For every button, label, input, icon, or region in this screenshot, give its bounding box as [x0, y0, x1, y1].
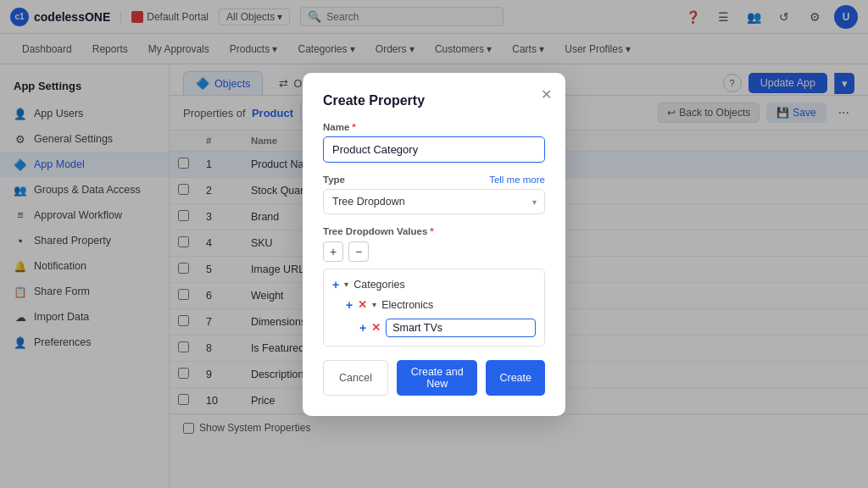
tree-item-input[interactable]: [386, 319, 536, 337]
tree-values-label: Tree Dropdown Values *: [323, 226, 545, 236]
name-label: Name *: [323, 122, 545, 132]
tree-item-x-icon[interactable]: ✕: [371, 321, 381, 334]
tree-item-plus-icon[interactable]: +: [332, 278, 339, 291]
type-row: Type Tell me more: [323, 175, 545, 185]
name-input[interactable]: [323, 136, 545, 163]
tree-required-indicator: *: [430, 226, 433, 236]
tree-items: + ▾ Categories + ✕ ▾ Electronics + ✕: [323, 269, 545, 347]
tree-item-x-icon[interactable]: ✕: [358, 298, 367, 311]
create-button[interactable]: Create: [486, 360, 545, 396]
tree-item-electronics[interactable]: + ✕ ▾ Electronics: [342, 295, 539, 315]
modal-footer: Cancel Create and New Create: [323, 360, 545, 396]
tree-item-caret-icon[interactable]: ▾: [344, 280, 348, 289]
create-property-modal: Create Property ✕ Name * Type Tell me mo…: [303, 73, 565, 416]
tree-item-categories[interactable]: + ▾ Categories: [329, 274, 539, 295]
tree-item-label: Electronics: [381, 299, 433, 311]
tree-item-caret-icon[interactable]: ▾: [372, 300, 376, 309]
tree-item-label: Categories: [353, 279, 404, 291]
tree-item-plus-icon[interactable]: +: [359, 321, 366, 335]
modal-overlay[interactable]: Create Property ✕ Name * Type Tell me mo…: [0, 0, 868, 488]
type-label: Type: [323, 175, 345, 185]
type-select[interactable]: Tree Dropdown Text Number True/False Dat…: [323, 189, 545, 214]
required-indicator: *: [352, 122, 355, 132]
tell-me-more-link[interactable]: Tell me more: [489, 175, 545, 185]
type-select-wrapper: Tree Dropdown Text Number True/False Dat…: [323, 189, 545, 214]
create-and-new-button[interactable]: Create and New: [397, 360, 478, 396]
cancel-button[interactable]: Cancel: [323, 360, 388, 396]
modal-title: Create Property: [323, 93, 545, 108]
tree-add-button[interactable]: +: [323, 241, 343, 262]
modal-close-button[interactable]: ✕: [541, 86, 552, 103]
tree-item-smart-tvs[interactable]: + ✕: [356, 315, 539, 341]
tree-remove-button[interactable]: −: [348, 241, 369, 262]
tree-toolbar: + −: [323, 241, 545, 262]
tree-item-plus-icon[interactable]: +: [346, 298, 353, 312]
